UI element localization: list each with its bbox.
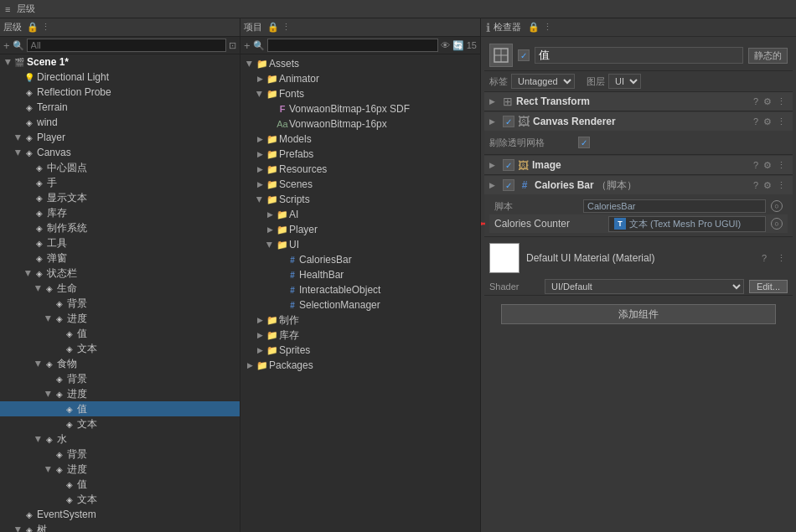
proj-font2[interactable]: Aa VonwaonBitmap-16px [240, 116, 480, 132]
tree-item-wenben2[interactable]: ◈ 文本 [0, 416, 240, 431]
tree-item-jindu3[interactable]: ▶ ◈ 进度 [0, 462, 240, 477]
proj-selection-mgr[interactable]: # SelectionManager [240, 297, 480, 312]
proj-assets[interactable]: ▶ 📁 Assets [240, 56, 480, 71]
inspector-lock-icon[interactable]: 🔒 [528, 22, 540, 33]
project-more-icon[interactable]: ⋮ [282, 22, 291, 33]
project-refresh-icon[interactable]: 🔄 [452, 40, 464, 51]
static-button[interactable]: 静态的 [748, 48, 788, 64]
proj-font1[interactable]: F VonwaonBitmap-16px SDF [240, 101, 480, 116]
material-help-icon[interactable]: ? [760, 253, 768, 263]
expand-food[interactable]: ▶ [34, 359, 44, 369]
tree-item-statebar[interactable]: ▶ ◈ 状态栏 [0, 266, 240, 281]
expand-water[interactable]: ▶ [34, 434, 44, 444]
tree-item-jindu2[interactable]: ▶ ◈ 进度 [0, 386, 240, 401]
add-component-button[interactable]: 添加组件 [501, 304, 776, 324]
rect-transform-header[interactable]: ▶ ⊞ Rect Transform ? ⚙ ⋮ [484, 92, 793, 111]
tree-item-gongju[interactable]: ◈ 工具 [0, 235, 240, 251]
project-search-input[interactable] [267, 39, 438, 52]
expand-statebar[interactable]: ▶ [23, 268, 34, 278]
expand-shengming[interactable]: ▶ [34, 283, 44, 293]
tree-item-scene[interactable]: ▶ 🎬 Scene 1* [0, 54, 240, 70]
proj-health-bar[interactable]: # HealthBar [240, 267, 480, 282]
tree-item-wenben3[interactable]: ◈ 文本 [0, 492, 240, 507]
proj-prefabs[interactable]: ▶ 📁 Prefabs [240, 147, 480, 162]
tree-item-shou[interactable]: ◈ 手 [0, 175, 240, 190]
app-menu[interactable]: ≡ [5, 4, 10, 14]
calories-bar-enabled[interactable]: ✓ [503, 179, 514, 191]
tree-item-wenben1[interactable]: ◈ 文本 [0, 341, 240, 356]
shader-edit-button[interactable]: Edit... [749, 280, 788, 293]
layer-select[interactable]: UI [608, 74, 641, 89]
tree-item-reflection[interactable]: ◈ Reflection Probe [0, 85, 240, 100]
image-enabled[interactable]: ✓ [503, 159, 514, 171]
tree-item-food[interactable]: ▶ ◈ 食物 [0, 356, 240, 371]
tree-item-chuang[interactable]: ◈ 弹窗 [0, 251, 240, 266]
proj-animator[interactable]: ▶ 📁 Animator [240, 71, 480, 86]
tree-item-zhi3[interactable]: ◈ 值 [0, 477, 240, 492]
expand-canvas[interactable]: ▶ [13, 147, 23, 158]
project-eye-icon[interactable]: 👁 [441, 40, 450, 50]
calories-counter-circle-btn[interactable]: ○ [771, 218, 783, 230]
tree-item-beijing1[interactable]: ◈ 背景 [0, 296, 240, 311]
expand-scene[interactable]: ▶ [3, 57, 13, 67]
tree-item-beijing3[interactable]: ◈ 背景 [0, 447, 240, 462]
tree-item-eventsystem[interactable]: ◈ EventSystem [0, 507, 240, 522]
proj-resources[interactable]: ▶ 📁 Resources [240, 162, 480, 177]
material-more-icon[interactable]: ⋮ [775, 253, 788, 264]
canvas-renderer-more-icon[interactable]: ⋮ [775, 116, 788, 127]
expand-player[interactable]: ▶ [13, 132, 23, 142]
canvas-renderer-enabled[interactable]: ✓ [503, 116, 514, 127]
tag-select[interactable]: Untagged [511, 74, 575, 89]
tree-item-zhi2[interactable]: ◈ 值 [0, 401, 240, 416]
hierarchy-more-icon[interactable]: ⋮ [41, 22, 50, 33]
proj-ai[interactable]: ▶ 📁 AI [240, 207, 480, 222]
expand-jindu1[interactable]: ▶ [44, 313, 54, 323]
add-hierarchy-btn[interactable]: + [3, 39, 10, 52]
image-settings-icon[interactable]: ⚙ [762, 160, 773, 171]
tree-item-water[interactable]: ▶ ◈ 水 [0, 431, 240, 447]
proj-ui-folder[interactable]: ▶ 📁 UI [240, 237, 480, 252]
canvas-renderer-settings-icon[interactable]: ⚙ [762, 116, 773, 127]
tree-item-wind[interactable]: ◈ wind [0, 115, 240, 130]
expand-jindu2[interactable]: ▶ [44, 389, 54, 399]
calories-bar-settings-icon[interactable]: ⚙ [762, 180, 773, 191]
tree-item-shengming[interactable]: ▶ ◈ 生命 [0, 281, 240, 296]
hierarchy-refresh-icon[interactable]: ⊡ [229, 40, 236, 51]
tree-item-canvas[interactable]: ▶ ◈ Canvas [0, 145, 240, 160]
image-more-icon[interactable]: ⋮ [775, 160, 788, 171]
inspector-more-icon[interactable]: ⋮ [543, 22, 552, 33]
canvas-renderer-help-icon[interactable]: ? [752, 116, 760, 127]
hierarchy-lock-icon[interactable]: 🔒 [27, 22, 39, 33]
expand-tree[interactable]: ▶ [13, 524, 23, 532]
add-project-btn[interactable]: + [244, 39, 251, 52]
rect-transform-more-icon[interactable]: ⋮ [775, 96, 788, 107]
hierarchy-search-input[interactable] [27, 39, 226, 52]
shader-select[interactable]: UI/Default [545, 279, 744, 294]
proj-scenes[interactable]: ▶ 📁 Scenes [240, 177, 480, 192]
object-name-input[interactable] [535, 47, 743, 64]
proj-kucun[interactable]: ▶ 📁 库存 [240, 328, 480, 343]
rect-transform-settings-icon[interactable]: ⚙ [762, 96, 773, 107]
tree-item-kucun[interactable]: ◈ 库存 [0, 205, 240, 220]
calories-bar-help-icon[interactable]: ? [752, 180, 760, 191]
proj-zhizuo[interactable]: ▶ 📁 制作 [240, 312, 480, 328]
image-help-icon[interactable]: ? [752, 160, 760, 171]
rect-transform-help-icon[interactable]: ? [752, 96, 760, 107]
proj-calories-bar[interactable]: # CaloriesBar [240, 252, 480, 267]
image-header[interactable]: ▶ ✓ 🖼 Image ? ⚙ ⋮ [484, 156, 793, 174]
tree-item-xianshi[interactable]: ◈ 显示文本 [0, 190, 240, 205]
tree-item-zhizuo[interactable]: ◈ 制作系统 [0, 220, 240, 235]
project-lock-icon[interactable]: 🔒 [267, 22, 279, 33]
cull-transparent-checkbox[interactable]: ✓ [578, 137, 590, 148]
proj-interactable[interactable]: # InteractableObject [240, 282, 480, 297]
calories-bar-more-icon[interactable]: ⋮ [775, 180, 788, 191]
tree-item-jindu1[interactable]: ▶ ◈ 进度 [0, 311, 240, 326]
object-enabled-check[interactable]: ✓ [518, 49, 530, 61]
tree-item-terrain[interactable]: ◈ Terrain [0, 100, 240, 115]
tree-item-tree[interactable]: ▶ ◈ 树 [0, 522, 240, 532]
expand-jindu3[interactable]: ▶ [44, 464, 54, 474]
tree-item-dirlight[interactable]: 💡 Directional Light [0, 70, 240, 85]
tree-item-zhi1[interactable]: ◈ 值 [0, 326, 240, 341]
canvas-renderer-header[interactable]: ▶ ✓ 🖼 Canvas Renderer ? ⚙ ⋮ [484, 112, 793, 131]
proj-player-scripts[interactable]: ▶ 📁 Player [240, 222, 480, 237]
